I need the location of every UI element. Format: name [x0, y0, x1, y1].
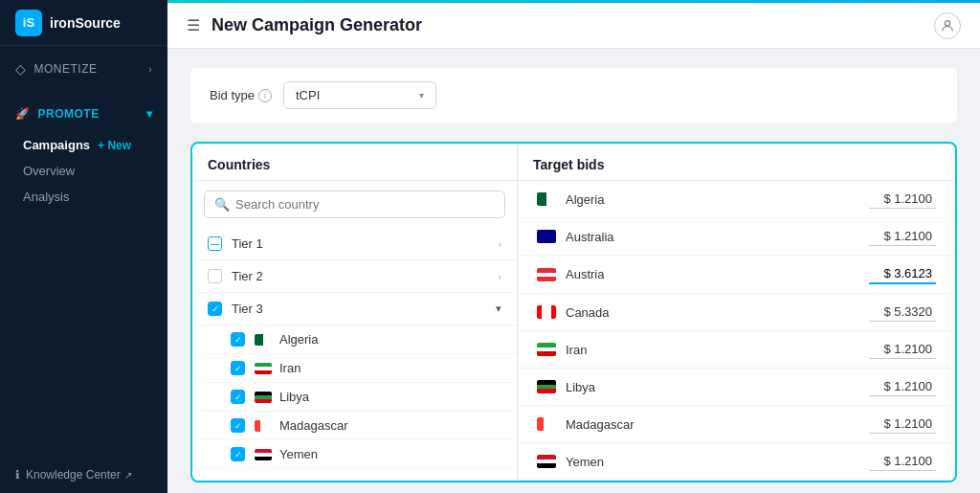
- bid-row-austria: Austria $ 3.6123: [518, 256, 955, 294]
- bid-row-canada: Canada $ 5.3320: [518, 294, 955, 331]
- bid-iran-value[interactable]: $ 1.2100: [869, 340, 936, 359]
- bid-type-label: Bid type i: [210, 88, 272, 102]
- svg-point-0: [945, 20, 949, 25]
- bid-madagascar-name: Madagascar: [566, 417, 869, 432]
- bid-type-select[interactable]: tCPI ▾: [283, 81, 436, 109]
- bid-canada-name: Canada: [566, 305, 869, 320]
- target-bids-header: Target bids: [518, 144, 955, 181]
- subcountry-madagascar[interactable]: Madagascar: [192, 412, 517, 440]
- bid-canada-flag: [537, 305, 556, 319]
- bid-yemen-name: Yemen: [566, 455, 869, 469]
- subcountry-iran[interactable]: Iran: [192, 354, 517, 383]
- target-bids-list: Algeria $ 1.2100 Australia $ 1.2100 Aust…: [518, 181, 955, 481]
- madagascar-checkbox[interactable]: [231, 418, 245, 433]
- bid-iran-flag: [537, 343, 556, 356]
- bid-type-row: Bid type i tCPI ▾: [190, 68, 957, 123]
- bid-yemen-value[interactable]: $ 1.2100: [869, 452, 936, 471]
- tier-2-checkbox[interactable]: [208, 269, 222, 283]
- bid-australia-name: Australia: [566, 230, 869, 244]
- tier-3-item[interactable]: Tier 3 ▾: [192, 293, 517, 325]
- country-search-box[interactable]: 🔍: [204, 190, 505, 218]
- bid-type-info-icon[interactable]: i: [258, 89, 272, 102]
- subcountry-yemen[interactable]: Yemen: [192, 440, 517, 469]
- overview-label: Overview: [23, 164, 75, 178]
- hamburger-icon[interactable]: ☰: [187, 16, 200, 34]
- subcountry-algeria[interactable]: Algeria: [192, 325, 517, 354]
- tier-1-checkbox[interactable]: [208, 236, 222, 251]
- user-avatar[interactable]: [934, 12, 961, 39]
- bid-type-value: tCPI: [296, 88, 320, 102]
- search-icon: 🔍: [214, 197, 230, 212]
- madagascar-flag-icon: [255, 420, 272, 432]
- bid-canada-value[interactable]: $ 5.3320: [869, 303, 936, 322]
- bid-madagascar-value[interactable]: $ 1.2100: [869, 415, 936, 434]
- bid-australia-value[interactable]: $ 1.2100: [869, 227, 936, 246]
- libya-name: Libya: [279, 390, 309, 404]
- rocket-icon: 🚀: [15, 107, 31, 121]
- monetize-label: MONETIZE: [34, 62, 98, 76]
- external-link-icon: ↗: [124, 470, 132, 481]
- main-content: ☰ New Campaign Generator Bid type i tCPI…: [167, 0, 980, 493]
- algeria-checkbox[interactable]: [231, 332, 245, 347]
- tier-1-label: Tier 1: [232, 236, 498, 251]
- monetize-arrow-icon: ›: [148, 64, 152, 75]
- algeria-name: Algeria: [279, 332, 318, 347]
- promote-arrow-icon: ▾: [146, 107, 153, 121]
- bid-australia-flag: [537, 230, 556, 243]
- top-header: ☰ New Campaign Generator: [167, 3, 980, 49]
- analysis-label: Analysis: [23, 190, 69, 204]
- new-badge[interactable]: + New: [98, 139, 131, 152]
- knowledge-center-label: Knowledge Center: [26, 468, 121, 482]
- yemen-name: Yemen: [279, 447, 318, 461]
- bid-libya-value[interactable]: $ 1.2100: [869, 377, 936, 396]
- knowledge-center-link[interactable]: ℹ Knowledge Center ↗: [0, 457, 167, 493]
- bid-yemen-flag: [537, 455, 556, 468]
- sidebar-promote-header[interactable]: 🚀 PROMOTE ▾: [0, 100, 167, 128]
- logo-text: ironSource: [50, 15, 121, 31]
- bid-row-iran: Iran $ 1.2100: [518, 331, 955, 369]
- libya-flag-icon: [255, 392, 272, 403]
- content-area: Bid type i tCPI ▾ Countries 🔍: [167, 49, 980, 493]
- tier-1-item[interactable]: Tier 1 ›: [192, 228, 517, 260]
- bid-row-madagascar: Madagascar $ 1.2100: [518, 406, 955, 443]
- iran-checkbox[interactable]: [231, 361, 245, 375]
- sidebar-item-monetize[interactable]: ◇ MONETIZE ›: [0, 54, 167, 84]
- bid-austria-value[interactable]: $ 3.6123: [869, 264, 936, 284]
- select-chevron-icon: ▾: [419, 90, 424, 101]
- sidebar-item-analysis[interactable]: Analysis: [0, 184, 167, 210]
- bid-row-yemen: Yemen $ 1.2100: [518, 443, 955, 481]
- bid-row-australia: Australia $ 1.2100: [518, 218, 955, 256]
- yemen-flag-icon: [255, 449, 272, 460]
- tier-2-arrow-icon: ›: [498, 271, 501, 282]
- countries-panel-header: Countries: [192, 144, 517, 181]
- sidebar-logo: iS ironSource: [0, 0, 167, 46]
- bid-libya-flag: [537, 380, 556, 393]
- tier-1-arrow-icon: ›: [498, 238, 501, 250]
- countries-bids-panel: Countries 🔍 Tier 1 › Tier 2: [190, 142, 957, 482]
- bid-libya-name: Libya: [566, 380, 869, 394]
- bid-algeria-value[interactable]: $ 1.2100: [869, 190, 936, 209]
- tier-2-item[interactable]: Tier 2 ›: [192, 260, 517, 293]
- bid-algeria-name: Algeria: [566, 192, 869, 207]
- bid-austria-name: Austria: [566, 267, 869, 281]
- sidebar-item-campaigns[interactable]: Campaigns + New: [0, 132, 167, 158]
- bid-iran-name: Iran: [566, 343, 869, 357]
- subcountry-libya[interactable]: Libya: [192, 383, 517, 412]
- diamond-icon: ◇: [15, 61, 27, 77]
- sidebar: iS ironSource ◇ MONETIZE › 🚀 PROMOTE ▾ C…: [0, 0, 167, 493]
- sidebar-item-overview[interactable]: Overview: [0, 158, 167, 184]
- campaigns-label: Campaigns: [23, 138, 90, 152]
- bid-austria-flag: [537, 268, 556, 281]
- yemen-checkbox[interactable]: [231, 447, 245, 461]
- tier-3-checkbox[interactable]: [208, 302, 222, 316]
- tier-3-label: Tier 3: [232, 302, 496, 316]
- search-input[interactable]: [235, 197, 495, 212]
- algeria-flag-icon: [255, 334, 272, 346]
- iran-flag-icon: [255, 363, 272, 374]
- sidebar-monetize-section: ◇ MONETIZE ›: [0, 46, 167, 92]
- page-title: New Campaign Generator: [212, 15, 422, 35]
- libya-checkbox[interactable]: [231, 390, 245, 404]
- countries-panel: Countries 🔍 Tier 1 › Tier 2: [192, 144, 518, 481]
- bid-row-algeria: Algeria $ 1.2100: [518, 181, 955, 218]
- sidebar-promote-section: 🚀 PROMOTE ▾ Campaigns + New Overview Ana…: [0, 92, 167, 221]
